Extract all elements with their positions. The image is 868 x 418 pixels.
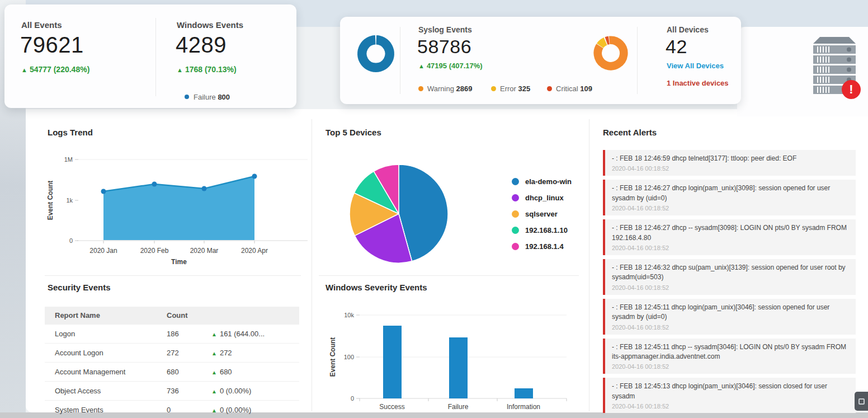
table-row[interactable]: System Events 0 ▲0 (0.00%) (45, 401, 299, 418)
column-header[interactable]: Count (167, 307, 211, 325)
error-dot-icon (491, 86, 496, 91)
y-tick: 1k (66, 197, 73, 204)
devices-donut-chart (593, 35, 629, 71)
card-divider (400, 27, 400, 94)
alert-message: - : FEB 18 12:45:11 dhcp -- sysadm[3046]… (612, 342, 850, 362)
device-status-card[interactable]: ! (737, 27, 868, 116)
x-tick: 2020 Feb (140, 247, 169, 255)
trend-up-icon: ▲ (177, 67, 183, 73)
data-point (101, 189, 106, 194)
table-header-row: Report Name Count (45, 307, 299, 325)
inactive-devices-link[interactable]: 1 Inactive devices (667, 79, 729, 87)
table-row[interactable]: Logon 186 ▲161 (644.00... (45, 325, 299, 344)
recent-alerts-list: - : FEB 18 12:46:59 dhcp telnetd[3177]: … (603, 150, 856, 413)
legend-dot-icon (512, 210, 519, 218)
alert-timestamp: 2020-04-16 00:18:52 (612, 165, 850, 172)
events-summary-card: All Events 79621 ▲54777 (220.48%) Window… (4, 4, 296, 108)
view-all-devices-link[interactable]: View All Devices (667, 62, 724, 70)
data-point (152, 182, 157, 187)
y-tick: 0 (351, 395, 354, 402)
legend-item[interactable]: 192.168.1.4 (512, 238, 572, 255)
alert-item[interactable]: - : FEB 18 12:45:13 dhcp login(pam_unix)… (603, 378, 856, 413)
card-divider (155, 18, 156, 96)
critical-dot-icon (547, 86, 552, 91)
syslog-events-delta: ▲47195 (407.17%) (418, 62, 483, 70)
windows-events-value: 4289 (176, 32, 227, 58)
syslog-donut-chart (357, 35, 395, 73)
y-axis-label: Event Count (329, 337, 337, 377)
syslog-devices-card: Syslog Events 58786 ▲47195 (407.17%) War… (340, 17, 741, 104)
x-axis-label: Time (171, 258, 187, 266)
alert-item[interactable]: - : FEB 18 12:46:32 dhcp su(pam_unix)[31… (603, 259, 856, 295)
top-devices-title: Top 5 Devices (326, 128, 381, 137)
alert-timestamp: 2020-04-16 00:18:52 (612, 205, 850, 212)
security-events-title: Security Events (48, 283, 111, 292)
x-tick: 2020 Mar (190, 247, 219, 255)
trend-up-icon: ▲ (211, 388, 217, 394)
all-events-label: All Events (21, 20, 62, 30)
alert-timestamp: 2020-04-16 00:18:52 (612, 284, 850, 291)
trend-up-icon: ▲ (211, 350, 217, 356)
data-point (202, 186, 207, 191)
logs-trend-chart: 1M 1k 0 2020 Jan 2020 Feb 2020 Mar 2020 … (45, 150, 313, 269)
all-events-value: 79621 (20, 32, 84, 58)
x-tick: Information (507, 403, 540, 411)
column-divider (589, 119, 589, 411)
x-tick: Success (379, 403, 404, 411)
table-row[interactable]: Account Management 680 ▲680 (45, 363, 299, 382)
legend-item[interactable]: sqlserver (512, 206, 572, 222)
legend-item[interactable]: ela-demo-win (512, 173, 572, 190)
syslog-events-label: Syslog Events (418, 25, 472, 34)
alert-timestamp: 2020-04-16 00:18:52 (612, 363, 850, 370)
alert-item[interactable]: - : FEB 18 12:46:27 dhcp -- sysadm[3098]… (603, 219, 856, 255)
trend-up-icon: ▲ (211, 369, 217, 375)
alert-message: - : FEB 18 12:46:59 dhcp telnetd[3177]: … (612, 154, 850, 163)
alert-message: - : FEB 18 12:46:27 dhcp login(pam_unix)… (612, 184, 850, 203)
alert-badge-glyph: ! (849, 82, 853, 96)
table-row[interactable]: Object Access 736 ▲0 (0.00%) (45, 382, 299, 401)
chat-widget-button[interactable] (855, 392, 868, 411)
syslog-warning-stat: Warning 2869 (418, 84, 472, 93)
y-tick: 1M (64, 156, 73, 163)
all-devices-label: All Devices (667, 25, 709, 34)
windows-severity-bar-chart: 10k 100 0 Success Failure Information Ev… (327, 305, 576, 415)
legend-item[interactable]: 192.168.1.10 (512, 222, 572, 238)
alert-item[interactable]: - : FEB 18 12:45:11 dhcp -- sysadm[3046]… (603, 339, 856, 374)
logs-trend-title: Logs Trend (48, 128, 93, 137)
trend-up-icon: ▲ (21, 67, 27, 73)
trend-up-icon: ▲ (211, 331, 217, 337)
legend-item[interactable]: dhcp_linux (512, 190, 572, 206)
y-tick: 100 (344, 354, 354, 360)
x-tick: Failure (448, 403, 469, 411)
alert-message: - : FEB 18 12:46:32 dhcp su(pam_unix)[31… (612, 263, 850, 283)
column-header[interactable]: Report Name (45, 307, 167, 325)
trend-up-icon: ▲ (211, 407, 217, 414)
windows-severity-title: Windows Severity Events (326, 283, 427, 292)
legend-dot-icon (512, 227, 519, 234)
alert-message: - : FEB 18 12:45:13 dhcp login(pam_unix)… (612, 382, 850, 401)
legend-dot-icon (512, 178, 519, 185)
server-rack-icon: ! (811, 35, 867, 102)
y-tick: 10k (344, 312, 354, 318)
alert-item[interactable]: - : FEB 18 12:46:59 dhcp telnetd[3177]: … (603, 150, 856, 176)
top-devices-pie-chart (346, 162, 452, 269)
card-divider (637, 27, 638, 94)
alert-timestamp: 2020-04-16 00:18:52 (612, 403, 850, 410)
legend-dot-icon (512, 243, 519, 250)
bar-information (515, 388, 533, 398)
row-divider (45, 275, 301, 276)
trend-up-icon: ▲ (418, 63, 424, 69)
alert-item[interactable]: - : FEB 18 12:46:27 dhcp login(pam_unix)… (603, 180, 856, 215)
security-events-table: Report Name Count Logon 186 ▲161 (644.00… (45, 307, 299, 418)
alert-item[interactable]: - : FEB 18 12:45:11 dhcp login(pam_unix)… (603, 299, 856, 335)
all-devices-value: 42 (666, 36, 687, 58)
data-point (252, 174, 257, 179)
syslog-events-value: 58786 (417, 36, 471, 58)
warning-dot-icon (418, 86, 423, 91)
bar-failure (449, 337, 468, 398)
alert-message: - : FEB 18 12:46:27 dhcp -- sysadm[3098]… (612, 223, 850, 243)
windows-events-delta: ▲1768 (70.13%) (177, 65, 237, 74)
alert-message: - : FEB 18 12:45:11 dhcp login(pam_unix)… (612, 303, 850, 322)
all-events-delta: ▲54777 (220.48%) (21, 65, 89, 74)
table-row[interactable]: Account Logon 272 ▲272 (45, 344, 299, 363)
